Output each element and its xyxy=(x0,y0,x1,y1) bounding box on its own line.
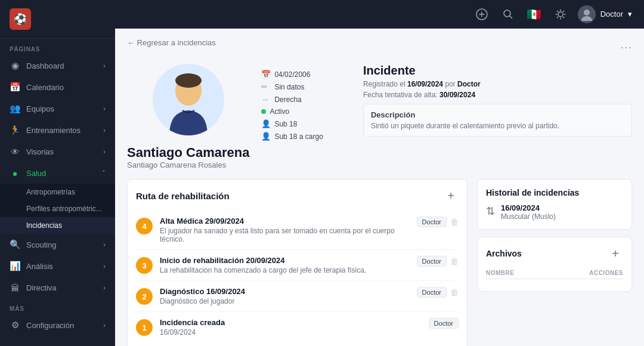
side-icon: ↔ xyxy=(261,95,271,104)
delete-step-4-button[interactable]: 🗑 xyxy=(450,217,459,227)
analisis-icon: 📊 xyxy=(10,261,20,271)
back-link[interactable]: ← Regresar a incidencias xyxy=(127,38,216,47)
rehab-step-title-4: Alta Médica 29/09/2024 xyxy=(160,217,410,225)
directiva-icon: 🏛 xyxy=(10,282,20,293)
collapse-icon: ⇐ xyxy=(99,343,106,346)
sidebar-sub-item-perfiles[interactable]: Perfiles antropométric... xyxy=(0,200,115,217)
player-side: Derecha xyxy=(274,95,301,104)
player-data: Sin datos xyxy=(274,83,304,91)
incident-registered-by-label: por xyxy=(445,80,457,88)
sidebar-sub-salud: Antropometrías Perfiles antropométric...… xyxy=(0,184,115,234)
delete-step-3-button[interactable]: 🗑 xyxy=(450,257,459,266)
sidebar-label-visorias: Visorias xyxy=(26,147,54,156)
sidebar-logo: ⚽ xyxy=(0,0,115,39)
visorias-icon: 👁 xyxy=(10,146,20,157)
rehab-step-content-2: Diagnóstico 16/09/2024 Diagnóstico del j… xyxy=(160,287,410,305)
theme-toggle[interactable] xyxy=(552,5,569,23)
rehab-step-1: 1 Incidencia creada 16/09/2024 Doctor xyxy=(136,312,459,342)
incident-discharge-date: 30/09/2024 xyxy=(439,91,475,99)
search-button[interactable] xyxy=(499,5,517,23)
top-section: Santiago Camarena Santiago Camarena Rosa… xyxy=(127,64,632,169)
rehab-step-content-1: Incidencia creada 16/09/2024 xyxy=(160,318,422,336)
sidebar-item-directiva[interactable]: 🏛 Directiva › xyxy=(0,277,115,298)
player-fullname: Santiago Camarena Rosales xyxy=(127,160,249,169)
player-status-row: Activo xyxy=(261,107,323,116)
add-rehab-step-button[interactable]: + xyxy=(443,188,459,203)
step-badge-1: 1 xyxy=(136,319,153,336)
doc-badge-2: Doctor xyxy=(417,287,447,298)
sidebar-item-scouting[interactable]: 🔍 Scouting › xyxy=(0,234,115,255)
dots-menu-button[interactable]: ⋯ xyxy=(620,40,632,54)
sidebar-label-analisis: Análisis xyxy=(26,262,53,271)
status-dot xyxy=(261,109,266,114)
bottom-section: Ruta de rehabilitación + 4 Alta Médica 2… xyxy=(127,179,632,346)
sidebar-item-dashboard[interactable]: ◉ Dashboard › xyxy=(0,55,115,76)
delete-step-2-button[interactable]: 🗑 xyxy=(450,288,459,297)
pencil-icon: ✏ xyxy=(261,82,271,91)
incident-panel: Incidente Registrado el 16/09/2024 por D… xyxy=(363,64,632,169)
player-status: Activo xyxy=(270,107,289,116)
rehab-title: Ruta de rehabilitación xyxy=(136,191,230,201)
app-logo: ⚽ xyxy=(10,8,31,30)
player-data-row: ✏ Sin datos xyxy=(261,82,323,91)
avatar xyxy=(578,5,596,23)
top-bar: 🇲🇽 Doctor ▾ xyxy=(115,0,644,29)
rehab-actions-1: Doctor xyxy=(429,318,459,329)
incident-discharge-text: Fecha tentativa de alta: xyxy=(363,91,438,99)
archives-title: Archivos xyxy=(486,249,522,258)
incident-title: Incidente xyxy=(363,64,632,78)
player-category-row: 👤 Sub 18 xyxy=(261,119,323,128)
team-icon: 👤 xyxy=(261,132,271,141)
rehab-step-desc-2: Diagnóstico del jugador xyxy=(160,297,410,305)
history-arrows-icon: ⇅ xyxy=(486,205,495,218)
configuracion-icon: ⚙ xyxy=(10,320,20,330)
entrenamientos-icon: 🏃 xyxy=(10,125,20,135)
sidebar-item-calendario[interactable]: 📅 Calendario xyxy=(0,76,115,98)
sidebar-item-configuracion[interactable]: ⚙ Configuración › xyxy=(0,314,115,336)
chevron-icon: › xyxy=(103,322,106,329)
scouting-icon: 🔍 xyxy=(10,239,20,250)
sidebar-label-equipos: Equipos xyxy=(26,104,54,113)
archives-table: NOMBRE ACCIONES xyxy=(486,267,623,279)
sidebar-item-salud[interactable]: ● Salud ˅ xyxy=(0,162,115,184)
user-menu[interactable]: Doctor ▾ xyxy=(578,5,632,23)
sidebar-item-analisis[interactable]: 📊 Análisis › xyxy=(0,255,115,277)
archives-panel: Archivos + NOMBRE ACCIONES xyxy=(477,237,632,292)
step-badge-4: 4 xyxy=(136,218,153,234)
flag-icon[interactable]: 🇲🇽 xyxy=(525,5,543,23)
sidebar-collapse-button[interactable]: ⇐ xyxy=(0,336,115,346)
history-detail: Muscular (Muslo) xyxy=(501,212,556,221)
chevron-icon: › xyxy=(103,241,106,248)
sidebar-sub-item-incidencias[interactable]: Incidencias xyxy=(0,217,115,234)
rehab-actions-4: Doctor 🗑 xyxy=(417,217,459,227)
history-panel: Historial de incidencias ⇅ 16/09/2024 Mu… xyxy=(477,179,632,230)
incident-registered-date: 16/09/2024 xyxy=(407,80,443,88)
add-archive-button[interactable]: + xyxy=(608,246,623,261)
chevron-icon: › xyxy=(103,284,106,291)
rehab-header: Ruta de rehabilitación + xyxy=(136,188,459,203)
archive-col-actions: ACCIONES xyxy=(589,270,623,276)
svg-point-2 xyxy=(558,12,563,17)
calendario-icon: 📅 xyxy=(10,82,20,92)
category-icon: 👤 xyxy=(261,119,271,128)
rehab-step-title-1: Incidencia creada xyxy=(160,318,422,327)
sidebar-item-visorias[interactable]: 👁 Visorias › xyxy=(0,141,115,162)
sidebar: ⚽ PÁGINAS ◉ Dashboard › 📅 Calendario 👥 E… xyxy=(0,0,115,346)
sidebar-item-entrenamientos[interactable]: 🏃 Entrenamientos › xyxy=(0,119,115,141)
incident-discharge: Fecha tentativa de alta: 30/09/2024 xyxy=(363,91,632,99)
incident-description-title: Descripción xyxy=(371,110,624,119)
equipos-icon: 👥 xyxy=(10,103,20,114)
add-button[interactable] xyxy=(473,5,491,23)
rehab-step-2: 2 Diagnóstico 16/09/2024 Diagnóstico del… xyxy=(136,281,459,312)
history-header: Historial de incidencias xyxy=(486,188,623,197)
chevron-icon: › xyxy=(103,126,106,134)
sidebar-section-pages: PÁGINAS xyxy=(0,39,115,55)
svg-point-1 xyxy=(504,10,510,17)
step-badge-2: 2 xyxy=(136,288,153,305)
archive-col-name: NOMBRE xyxy=(486,270,514,276)
history-item: ⇅ 16/09/2024 Muscular (Muslo) xyxy=(486,203,623,221)
player-dob-row: 📅 04/02/2006 xyxy=(261,70,323,79)
sidebar-item-equipos[interactable]: 👥 Equipos › xyxy=(0,98,115,119)
sidebar-sub-item-antropometrias[interactable]: Antropometrías xyxy=(0,184,115,200)
archive-table-header: NOMBRE ACCIONES xyxy=(486,267,623,279)
